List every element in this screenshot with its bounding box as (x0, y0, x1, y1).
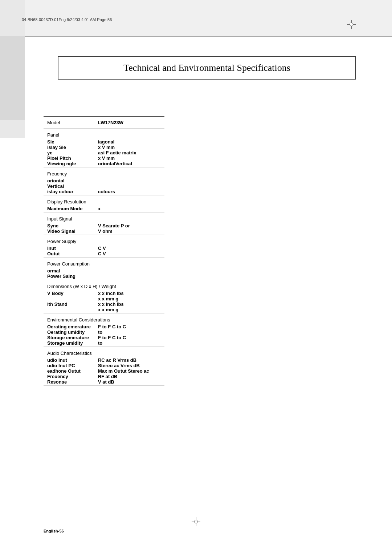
section-input-header: Input Signal (44, 212, 164, 223)
sie-value: iagonalx V mmasi F actie matrixx V mmori… (94, 138, 164, 167)
section-input-label: Input Signal (44, 212, 164, 223)
section-panel-label: Panel (44, 129, 164, 139)
freq-values: colours (94, 177, 164, 195)
input-row-1: SyncVideo Signal V Searate P orV ohm (44, 222, 164, 235)
env-values: F to F C to CtoF to F C to Cto (94, 323, 164, 347)
section-freq-label: Freuency (44, 167, 164, 178)
consumption-row-1: ormalPower Saing (44, 267, 164, 280)
crosshair-bottom (192, 517, 200, 526)
section-dim-header: Dimensions (W x D x H) / Weight (44, 280, 164, 290)
footer: English-56 (44, 529, 64, 533)
freq-labels: oriontalVerticalislay colour (44, 177, 94, 195)
panel-row-1: Sieislay SieyePixel PitchViewing ngle ia… (44, 138, 164, 167)
dim-labels: V Bodyith Stand (44, 290, 94, 313)
section-env-label: Environmental Considerations (44, 313, 164, 324)
top-line (25, 36, 392, 37)
crosshair-top (347, 20, 356, 29)
section-res-header: Display Resolution (44, 195, 164, 206)
crosshair-symbol-bottom (192, 517, 200, 526)
specs-table: Model LW17N23W Panel Sieislay SieyePixel… (44, 116, 164, 386)
sie-label: Sieislay SieyePixel PitchViewing ngle (44, 138, 94, 167)
section-panel-header: Panel (44, 129, 164, 139)
file-info: 04-BN68-00437D-01Eng 9/24/03 4:01 AM Pag… (22, 17, 112, 22)
section-power-label: Power Supply (44, 235, 164, 245)
page-title: Technical and Environmental Specificatio… (69, 62, 344, 73)
audio-labels: udio Inutudio Inut PCeadhone OututFreuen… (44, 357, 94, 386)
dim-values: x x inch lbsx x mm gx x inch lbsx x mm g (94, 290, 164, 313)
res-row-1: Maximum Mode x (44, 205, 164, 212)
title-box: Technical and Environmental Specificatio… (58, 56, 356, 80)
env-row-1: Oerating emeratureOerating umidityStorag… (44, 323, 164, 347)
power-labels: InutOutut (44, 245, 94, 258)
section-consumption-header: Power Consumption (44, 258, 164, 268)
freq-row-1: oriontalVerticalislay colour colours (44, 177, 164, 195)
crosshair-circle-top (350, 23, 353, 26)
section-audio-header: Audio Characteristics (44, 347, 164, 357)
page-header: 04-BN68-00437D-01Eng 9/24/03 4:01 AM Pag… (22, 17, 112, 22)
power-values: C VC V (94, 245, 164, 258)
input-values: V Searate P orV ohm (94, 222, 164, 235)
section-audio-label: Audio Characteristics (44, 347, 164, 357)
audio-row-1: udio Inutudio Inut PCeadhone OututFreuen… (44, 357, 164, 386)
left-sidebar-gray2 (0, 36, 25, 120)
power-row-1: InutOutut C VC V (44, 245, 164, 258)
model-label: Model (44, 117, 94, 129)
section-res-label: Display Resolution (44, 195, 164, 206)
env-labels: Oerating emeratureOerating umidityStorag… (44, 323, 94, 347)
consumption-labels: ormalPower Saing (44, 267, 94, 280)
page-label: English-56 (44, 529, 64, 533)
res-value: x (94, 205, 164, 212)
input-labels: SyncVideo Signal (44, 222, 94, 235)
model-row: Model LW17N23W (44, 117, 164, 129)
crosshair-circle-bottom (194, 520, 198, 523)
consumption-values (94, 267, 164, 280)
res-label: Maximum Mode (44, 205, 94, 212)
crosshair-symbol-top (347, 20, 356, 29)
model-value: LW17N23W (94, 117, 164, 129)
section-dim-label: Dimensions (W x D x H) / Weight (44, 280, 164, 290)
section-env-header: Environmental Considerations (44, 313, 164, 324)
section-power-header: Power Supply (44, 235, 164, 245)
section-consumption-label: Power Consumption (44, 258, 164, 268)
audio-values: RC ac R Vrms dBStereo ac Vrms dBMax m Ou… (94, 357, 164, 386)
dim-row-1: V Bodyith Stand x x inch lbsx x mm gx x … (44, 290, 164, 313)
section-freq-header: Freuency (44, 167, 164, 178)
